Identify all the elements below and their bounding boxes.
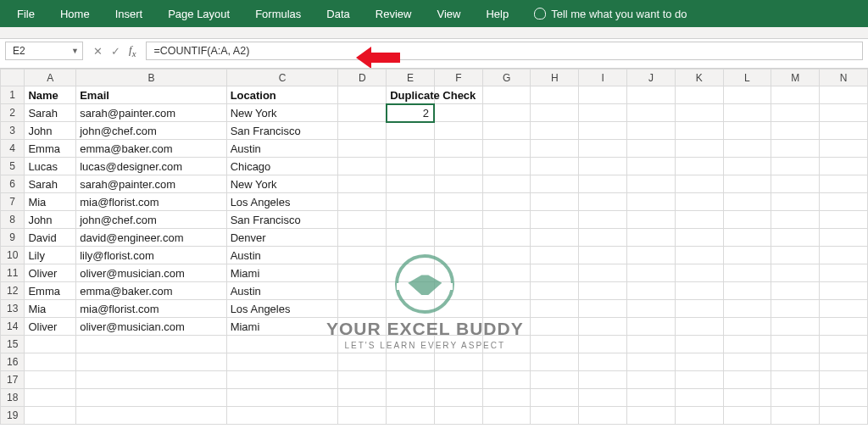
cell[interactable] — [723, 140, 771, 158]
cell[interactable] — [771, 264, 820, 282]
cell[interactable] — [820, 175, 868, 193]
cell[interactable]: john@chef.com — [76, 211, 226, 229]
fx-icon[interactable]: fx — [129, 43, 136, 58]
cell[interactable] — [387, 282, 435, 300]
cell[interactable] — [723, 353, 771, 371]
col-header[interactable]: F — [434, 70, 482, 86]
cell[interactable]: Oliver — [25, 318, 76, 336]
cell[interactable] — [723, 104, 771, 122]
cell[interactable] — [338, 353, 387, 371]
cell[interactable] — [338, 247, 387, 264]
cell[interactable] — [723, 175, 771, 193]
cell[interactable]: Sarah — [25, 175, 76, 193]
col-header[interactable]: M — [771, 70, 820, 86]
cell[interactable] — [482, 389, 531, 407]
cell[interactable] — [531, 158, 579, 175]
cell[interactable] — [226, 389, 338, 407]
cell[interactable] — [387, 264, 435, 282]
cell[interactable] — [338, 282, 387, 300]
cell[interactable]: Denver — [226, 229, 338, 247]
cell[interactable] — [675, 282, 723, 300]
cell[interactable] — [627, 300, 676, 318]
cell[interactable] — [771, 247, 820, 264]
cell[interactable]: Email — [76, 86, 226, 104]
row-header[interactable]: 9 — [1, 229, 25, 247]
cell[interactable] — [723, 300, 771, 318]
cell[interactable] — [579, 371, 627, 389]
cell[interactable] — [338, 140, 387, 158]
cell[interactable] — [771, 193, 820, 211]
cell[interactable] — [226, 353, 338, 371]
tab-home[interactable]: Home — [48, 3, 102, 25]
row-header[interactable]: 18 — [1, 389, 25, 407]
worksheet-grid[interactable]: A B C D E F G H I J K L M N 1 Name Email… — [0, 68, 868, 425]
cell[interactable] — [627, 122, 676, 140]
cell[interactable] — [531, 229, 579, 247]
cell[interactable]: david@engineer.com — [76, 229, 226, 247]
cell[interactable] — [482, 318, 531, 336]
cell[interactable] — [820, 389, 868, 407]
cell[interactable] — [25, 353, 76, 371]
cell[interactable] — [579, 247, 627, 264]
col-header[interactable]: C — [226, 70, 338, 86]
cell[interactable] — [25, 389, 76, 407]
cell[interactable] — [627, 211, 676, 229]
tell-me-search[interactable]: Tell me what you want to do — [522, 8, 687, 20]
cell[interactable] — [820, 140, 868, 158]
cell[interactable]: Mia — [25, 300, 76, 318]
cell[interactable] — [579, 318, 627, 336]
row-header[interactable]: 10 — [1, 247, 25, 264]
cell[interactable]: oliver@musician.com — [76, 264, 226, 282]
cell[interactable] — [76, 407, 226, 425]
col-header[interactable]: K — [675, 70, 723, 86]
cell[interactable] — [387, 140, 435, 158]
cell[interactable] — [820, 353, 868, 371]
cell[interactable] — [579, 86, 627, 104]
cell[interactable] — [531, 300, 579, 318]
cell[interactable] — [434, 336, 482, 353]
cell[interactable] — [675, 104, 723, 122]
col-header[interactable]: G — [482, 70, 531, 86]
cell[interactable] — [820, 158, 868, 175]
cell[interactable] — [675, 86, 723, 104]
cell[interactable] — [723, 86, 771, 104]
cell[interactable] — [531, 282, 579, 300]
cell[interactable] — [771, 282, 820, 300]
cell[interactable]: Chicago — [226, 158, 338, 175]
row-header[interactable]: 13 — [1, 300, 25, 318]
cell[interactable] — [482, 193, 531, 211]
cell[interactable] — [387, 175, 435, 193]
cell[interactable] — [627, 104, 676, 122]
cell[interactable] — [820, 122, 868, 140]
cell[interactable] — [820, 86, 868, 104]
cell[interactable] — [434, 229, 482, 247]
cell[interactable] — [338, 175, 387, 193]
cell[interactable]: San Francisco — [226, 122, 338, 140]
cell[interactable] — [771, 318, 820, 336]
cell[interactable] — [675, 193, 723, 211]
cell[interactable] — [579, 264, 627, 282]
cell[interactable] — [627, 247, 676, 264]
row-header[interactable]: 7 — [1, 193, 25, 211]
cell[interactable] — [820, 264, 868, 282]
cell[interactable]: Mia — [25, 193, 76, 211]
cell[interactable] — [387, 371, 435, 389]
cell[interactable] — [482, 371, 531, 389]
cell[interactable]: Sarah — [25, 104, 76, 122]
cell[interactable] — [482, 336, 531, 353]
cell[interactable] — [482, 158, 531, 175]
cell[interactable] — [771, 211, 820, 229]
cell[interactable] — [627, 353, 676, 371]
cell[interactable] — [434, 389, 482, 407]
cell[interactable] — [387, 336, 435, 353]
cell[interactable] — [579, 353, 627, 371]
row-header[interactable]: 8 — [1, 211, 25, 229]
cell[interactable] — [434, 193, 482, 211]
cell[interactable] — [820, 247, 868, 264]
cell[interactable] — [771, 300, 820, 318]
cell[interactable] — [434, 353, 482, 371]
cell[interactable] — [387, 318, 435, 336]
cell[interactable] — [531, 371, 579, 389]
cell[interactable] — [579, 282, 627, 300]
row-header[interactable]: 11 — [1, 264, 25, 282]
